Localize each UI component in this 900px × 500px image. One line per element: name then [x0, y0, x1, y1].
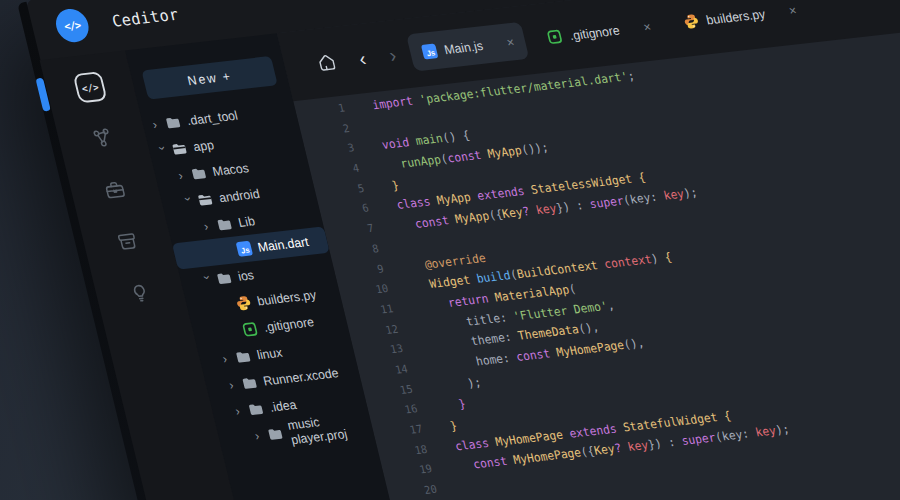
chevron-down-icon[interactable]: ›	[156, 145, 171, 159]
new-file-button[interactable]: New +	[141, 56, 277, 100]
app-window: </> Ceditor </>	[25, 0, 900, 500]
js-file-icon: Js	[235, 240, 254, 257]
code-icon: </>	[73, 71, 108, 103]
chevron-down-icon[interactable]: ›	[201, 275, 216, 289]
tab-builders-py[interactable]: builders.py×	[668, 0, 811, 42]
folder-open-icon	[170, 140, 189, 157]
chevron-spacer	[223, 304, 235, 305]
folder-icon	[189, 165, 208, 182]
chevron-left-icon: ‹	[357, 48, 368, 70]
tab-label: Main.js	[443, 38, 485, 57]
sidebar-item-ideas[interactable]	[120, 275, 160, 312]
tree-item-label: android	[217, 186, 261, 205]
tree-item-label: Runner.xcode	[262, 365, 340, 388]
js-badge: Js	[235, 241, 252, 257]
js-file-icon: Js	[420, 42, 439, 59]
close-icon[interactable]: ×	[505, 34, 516, 49]
folder-icon	[215, 216, 234, 233]
tab-gitignore[interactable]: .gitignore×	[532, 6, 667, 57]
code-line-text	[463, 477, 468, 497]
code-line-text: }	[390, 175, 402, 196]
folder-icon	[266, 425, 285, 442]
code-line-text	[404, 236, 409, 256]
chevron-right-icon: ›	[387, 44, 398, 66]
desktop-background: </> Ceditor </>	[0, 0, 900, 500]
briefcase-icon	[101, 177, 129, 203]
folder-icon	[247, 400, 266, 417]
tree-item-label: .dart_tool	[185, 108, 239, 128]
tree-item-label: .idea	[268, 397, 298, 415]
archive-box-icon	[113, 229, 141, 255]
sidebar-item-projects[interactable]	[95, 172, 135, 209]
tree-item-label: ios	[236, 267, 255, 283]
tab-main-js[interactable]: JsMain.js×	[406, 22, 529, 72]
close-icon[interactable]: ×	[787, 2, 798, 17]
tree-item-label: Lib	[237, 213, 257, 229]
python-icon	[234, 294, 253, 311]
chevron-spacer	[229, 330, 241, 331]
back-button[interactable]: ‹	[357, 49, 368, 69]
tree-item-label: app	[192, 137, 216, 154]
close-icon[interactable]: ×	[642, 19, 653, 34]
js-badge: Js	[421, 43, 438, 59]
forward-button[interactable]: ›	[387, 45, 398, 65]
tree-item-label: Macos	[211, 160, 250, 179]
home-icon	[314, 51, 340, 75]
folder-icon	[240, 374, 259, 391]
sidebar-item-packages[interactable]	[108, 223, 148, 260]
folder-open-icon	[196, 191, 215, 208]
chevron-spacer	[223, 250, 235, 251]
git-branch-icon	[89, 126, 117, 152]
code-icon: </>	[63, 18, 82, 32]
sidebar-item-explorer[interactable]: </>	[70, 69, 110, 106]
tab-label: .gitignore	[568, 22, 621, 42]
python-icon	[682, 13, 701, 30]
chevron-down-icon[interactable]: ›	[182, 196, 197, 210]
tree-item-label: .gitignore	[262, 314, 315, 334]
app-logo: </>	[52, 7, 92, 44]
folder-icon	[215, 269, 234, 286]
tree-item-label: linux	[255, 345, 283, 362]
home-button[interactable]	[314, 51, 340, 75]
code-line-text: }	[443, 394, 468, 416]
code-line-text: }	[448, 416, 460, 437]
folder-icon	[234, 348, 253, 365]
sidebar-item-source-control[interactable]	[83, 120, 123, 157]
tab-label: builders.py	[705, 6, 767, 27]
tree-item-label: builders.py	[256, 287, 318, 308]
git-icon	[241, 320, 260, 337]
folder-icon	[164, 114, 183, 131]
code-line-text	[375, 116, 380, 136]
app-title: Ceditor	[110, 4, 180, 30]
tree-item-label: Main.dart	[256, 234, 310, 254]
git-icon	[545, 28, 564, 45]
window-body: </>	[40, 0, 900, 500]
lightbulb-icon	[126, 280, 154, 306]
